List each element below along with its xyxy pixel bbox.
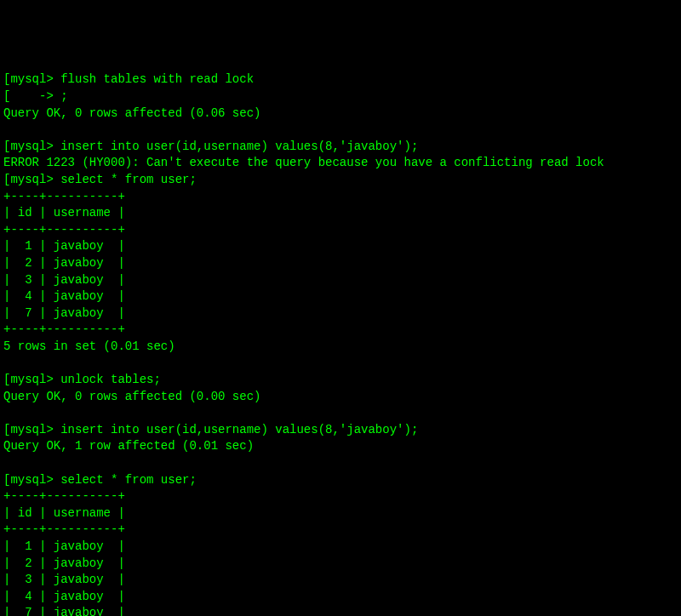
terminal-line: | 1 | javaboy | [3,539,678,556]
terminal-line: +----+----------+ [3,522,678,539]
terminal-line: | id | username | [3,505,678,522]
terminal-line: [mysql> select * from user; [3,172,678,189]
terminal-line: | 2 | javaboy | [3,255,678,272]
terminal-line: +----+----------+ [3,189,678,206]
terminal-line: | 2 | javaboy | [3,556,678,573]
terminal-line: [mysql> insert into user(id,username) va… [3,422,678,439]
terminal-line: +----+----------+ [3,322,678,339]
terminal-line: +----+----------+ [3,222,678,239]
terminal-line: Query OK, 1 row affected (0.01 sec) [3,438,678,455]
terminal-line [3,405,678,422]
terminal-line: Query OK, 0 rows affected (0.06 sec) [3,106,678,123]
terminal-line: Query OK, 0 rows affected (0.00 sec) [3,389,678,406]
terminal-line [3,355,678,372]
terminal-output[interactable]: [mysql> flush tables with read lock[ -> … [3,71,678,616]
terminal-line: | id | username | [3,205,678,222]
terminal-line: | 7 | javaboy | [3,305,678,322]
terminal-line: +----+----------+ [3,488,678,505]
terminal-line: ERROR 1223 (HY000): Can't execute the qu… [3,155,678,172]
terminal-line [3,455,678,472]
terminal-line: [mysql> insert into user(id,username) va… [3,139,678,156]
terminal-line: [mysql> unlock tables; [3,372,678,389]
terminal-line: | 1 | javaboy | [3,238,678,255]
terminal-line: | 3 | javaboy | [3,572,678,589]
terminal-line: 5 rows in set (0.01 sec) [3,339,678,356]
terminal-line: | 4 | javaboy | [3,589,678,606]
terminal-line: | 4 | javaboy | [3,288,678,305]
terminal-line: | 7 | javaboy | [3,605,678,616]
terminal-line: | 3 | javaboy | [3,272,678,289]
terminal-line: [mysql> flush tables with read lock [3,71,678,88]
terminal-line [3,122,678,139]
terminal-line: [mysql> select * from user; [3,472,678,489]
terminal-line: [ -> ; [3,88,678,106]
